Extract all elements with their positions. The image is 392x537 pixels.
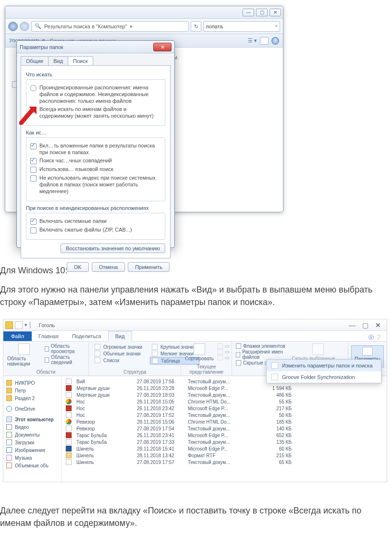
chk-natural-language[interactable] [30, 167, 37, 173]
file-size: 140 КБ [258, 426, 292, 431]
file-size: 50 КБ [258, 413, 292, 418]
chk-file-extensions[interactable]: Расширения имен файлов [236, 349, 288, 360]
tab-share[interactable]: Поделиться [65, 331, 108, 341]
file-type-icon [66, 405, 72, 411]
ribbon-group-current-view: Сортировать ▭ ▭ ▭ Текущее представление [181, 342, 232, 376]
sidebar-item-razdel2[interactable]: Раздел 2 [5, 394, 60, 402]
file-row[interactable]: Ревизор27.08.2019 17:54Текстовый докум..… [62, 425, 387, 432]
file-row[interactable]: Ревизор28.11.2018 15:06Chrome HTML Do...… [62, 418, 387, 425]
file-row[interactable]: Тарас Бульба26.11.2018 23:41Microsoft Ed… [62, 432, 387, 439]
cancel-button[interactable]: Отмена [92, 262, 125, 272]
file-type-icon [66, 452, 72, 458]
sidebar-item-onedrive[interactable]: OneDrive [5, 405, 60, 413]
file-name: Ревизор [76, 419, 134, 425]
radio-always-search-contents[interactable] [30, 107, 37, 113]
layout-normal-icons[interactable]: Обычные значки [93, 350, 146, 357]
layout-huge-icons[interactable]: Огромные значки [93, 343, 146, 350]
chk-partial-matches[interactable] [30, 158, 37, 164]
navigation-pane-button[interactable]: Область навигации [7, 343, 41, 366]
min-button[interactable]: — [243, 9, 254, 16]
file-type-icon [66, 419, 72, 425]
file-row[interactable]: Нос27.08.2019 17:52Текстовый докум...50 … [62, 412, 387, 418]
file-size: 652 КБ [258, 433, 292, 438]
file-row[interactable]: Шинель27.08.2019 17:57Текстовый докум...… [62, 459, 387, 465]
radio-indexed-only-label: Проиндексированные расположения: имена ф… [39, 85, 161, 104]
file-type: Формат RTF [188, 453, 255, 458]
apply-button[interactable]: Применить [128, 262, 170, 272]
ribbon-group-layout: Огромные значки Обычные значки Список Кр… [89, 342, 181, 376]
sidebar-item-video[interactable]: Видео [5, 423, 60, 431]
chk-natural-language-label: Использова… языковой поиск [39, 166, 113, 173]
file-row[interactable]: Шинель28.11.2018 13:42Формат RTF215 КБ [62, 452, 387, 459]
sidebar-item-images[interactable]: Изображения [5, 446, 60, 454]
file-name: Тарас Бульба [76, 439, 134, 445]
file-list: Вий27.08.2019 17:56Текстовый докум...76 … [62, 376, 387, 482]
paragraph-win10: Для этого нужно на панели управления наж… [0, 283, 392, 315]
sidebar-item-music[interactable]: Музыка [5, 454, 60, 462]
file-date: 28.11.2018 15:06 [137, 419, 185, 425]
min-button[interactable]: — [349, 321, 355, 329]
file-name: Нос [76, 399, 134, 404]
chk-system-folders[interactable] [30, 219, 37, 225]
sidebar-item-petr[interactable]: Петр [5, 387, 60, 394]
ribbon-group-caption: Текущее представление [185, 364, 228, 375]
file-date: 27.08.2019 18:03 [137, 392, 185, 398]
group-how-to-search: Вкл…ть вложенные папки в результаты поис… [26, 137, 165, 201]
chk-compressed[interactable] [30, 227, 37, 233]
dropdown-item-label: Groove Folder Synchronization [282, 374, 355, 380]
file-type-icon [66, 432, 72, 438]
sidebar-item-thispc[interactable]: Этот компьютер [5, 415, 60, 423]
hide-selected-icon [312, 343, 324, 355]
view-mode-button[interactable]: ☰ ▾ [248, 37, 257, 44]
forward-icon[interactable] [20, 22, 29, 31]
file-name: Шинель [76, 453, 134, 458]
file-row[interactable]: Шинель28.11.2018 15:41Microsoft Edge P..… [62, 445, 387, 452]
dropdown-groove-sync[interactable]: Groove Folder Synchronization [267, 371, 381, 383]
close-button[interactable]: ✕ [375, 321, 381, 329]
sidebar-item-3dobjects[interactable]: Объемные объ [5, 462, 60, 469]
dropdown-change-folder-options[interactable]: Изменить параметры папок и поиска [267, 360, 381, 371]
back-icon[interactable] [8, 22, 18, 31]
file-row[interactable]: Тарас Бульба27.08.2019 17:33Текстовый до… [62, 439, 387, 445]
breadcrumb[interactable]: 🔍 Результаты поиска в "Компьютер" ▸ [31, 21, 189, 32]
preview-pane-toggle[interactable]: Область просмотра [45, 343, 85, 354]
file-name: Мертвые души [76, 386, 134, 391]
tab-home[interactable]: Главная [32, 331, 65, 341]
file-size: 65 КБ [258, 460, 292, 465]
tab-search[interactable]: Поиск [68, 56, 93, 65]
file-row[interactable]: Нос28.11.2018 15:05Chrome HTML Do...55 К… [62, 398, 387, 405]
sidebar-item-nikpro[interactable]: НИКПРО [5, 379, 60, 387]
close-button[interactable]: ✕ [270, 9, 281, 16]
ok-button[interactable]: OK [67, 262, 89, 272]
sidebar-item-downloads[interactable]: Загрузки [5, 439, 60, 446]
chk-include-subfolders[interactable] [30, 143, 37, 149]
clear-search-icon[interactable]: × [275, 24, 278, 29]
help-icon[interactable]: ? [271, 37, 279, 45]
tab-view[interactable]: Вид [108, 331, 132, 342]
file-row[interactable]: Нос26.11.2018 23:42Microsoft Edge P...21… [62, 405, 387, 412]
restore-defaults-button[interactable]: Восстановить значения по умолчанию [61, 244, 165, 253]
search-input[interactable]: лопата × [203, 21, 280, 32]
explorer-main: НИКПРО Петр Раздел 2 OneDrive Этот компь… [3, 376, 387, 482]
tab-file[interactable]: Файл [3, 331, 32, 341]
file-type: Chrome HTML Do... [188, 419, 255, 425]
dialog-close-button[interactable]: ✕ [153, 43, 172, 51]
details-pane-toggle[interactable]: Область сведений [45, 354, 85, 365]
quick-access-icon[interactable] [15, 321, 23, 329]
tab-view[interactable]: Вид [48, 56, 68, 65]
chk-item-checkboxes[interactable]: Флажки элементов [236, 343, 288, 349]
sort-button[interactable]: Сортировать [185, 343, 214, 361]
max-button[interactable]: ▢ [256, 9, 268, 16]
max-button[interactable]: ▢ [362, 321, 368, 329]
file-date: 28.11.2018 13:42 [137, 453, 185, 458]
file-row[interactable]: Мертвые души26.11.2018 23:28Microsoft Ed… [62, 385, 387, 391]
help-corner[interactable]: ⓥ ❔ [364, 334, 387, 341]
chk-no-index[interactable] [30, 175, 37, 182]
preview-pane-icon[interactable] [260, 37, 269, 45]
refresh-button[interactable]: ↻ [191, 21, 201, 32]
layout-list[interactable]: Список [93, 357, 146, 364]
file-row[interactable]: Мертвые души27.08.2019 18:03Текстовый до… [62, 391, 387, 398]
radio-indexed-only[interactable] [30, 85, 37, 91]
sidebar-item-documents[interactable]: Документы [5, 431, 60, 439]
tab-general[interactable]: Общие [21, 56, 49, 65]
